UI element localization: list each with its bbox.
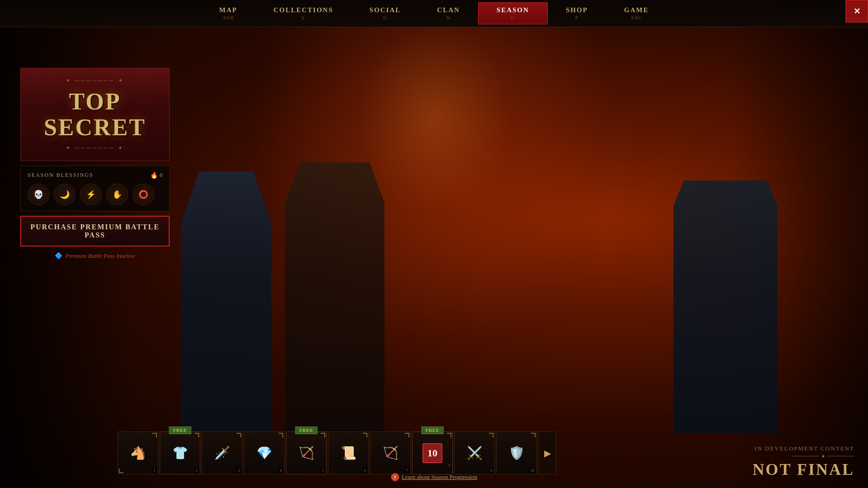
special-number-badge: 10 <box>422 443 442 463</box>
corner-decoration-bl <box>119 469 123 473</box>
not-final-text: NOT FINAL <box>753 460 854 479</box>
learn-about-link[interactable]: ? Learn about Season Progression <box>391 473 477 481</box>
item-number-1: 1 <box>152 468 157 473</box>
item-number-4: 4 <box>279 468 284 473</box>
learn-text: Learn about Season Progression <box>402 474 477 481</box>
character-area <box>158 27 868 434</box>
top-secret-box: ✦ ─────── ✦ TOP SECRET ✦ ─────── ✦ <box>20 68 170 161</box>
corner-decoration <box>152 433 157 437</box>
info-icon: ? <box>391 473 399 481</box>
item-number-5: 5 <box>321 468 326 473</box>
purchase-battle-pass-button[interactable]: PURCHASE PREMIUM BATTLE PASS <box>20 216 170 246</box>
blessings-box: SEASON BLESSINGS 🔥 0 💀 🌙 ⚡ ✋ ⭕ <box>20 166 170 211</box>
reward-item-9[interactable]: ⚔️ 9 <box>454 431 495 474</box>
blessings-count: 🔥 0 <box>150 171 162 179</box>
reward-item-5[interactable]: FREE 🏹 5 <box>286 431 327 474</box>
item-icon-1: 🐴 <box>130 445 146 460</box>
close-button[interactable]: ✕ <box>845 0 868 23</box>
blessing-hand[interactable]: ✋ <box>106 184 128 205</box>
item-number-2: 2 <box>194 468 199 473</box>
battle-pass-status: 🔷 Premium Battle Pass Inactive <box>20 250 170 261</box>
dev-line-left <box>792 456 819 456</box>
status-text: Premium Battle Pass Inactive <box>65 252 135 260</box>
corner-decoration <box>194 433 199 437</box>
item-icon-3: 🗡️ <box>214 445 230 460</box>
corner-decoration <box>405 433 409 437</box>
track-next-button[interactable]: ▶ <box>538 431 556 474</box>
blessings-title: SEASON BLESSINGS <box>28 172 94 179</box>
status-icon: 🔷 <box>55 252 62 260</box>
nav-collections[interactable]: COLLECTIONS Y <box>256 3 351 24</box>
blessings-header: SEASON BLESSINGS 🔥 0 <box>28 171 162 179</box>
reward-item-2[interactable]: FREE 👕 2 <box>160 431 200 474</box>
blessing-skull[interactable]: 💀 <box>28 184 49 205</box>
top-secret-title: TOP SECRET <box>30 89 160 140</box>
diamond-icon: ◆ <box>822 454 825 458</box>
character-right <box>674 180 778 434</box>
item-number-3: 3 <box>237 468 242 473</box>
nav-game[interactable]: GAME ESC <box>606 3 667 24</box>
corner-decoration <box>489 433 493 437</box>
corner-decoration <box>321 433 325 437</box>
left-panel: ✦ ─────── ✦ TOP SECRET ✦ ─────── ✦ SEASO… <box>20 68 170 261</box>
blessings-icons: 💀 🌙 ⚡ ✋ ⭕ <box>28 184 162 205</box>
item-icon-10: 🛡️ <box>509 445 525 460</box>
blessing-circle[interactable]: ⭕ <box>133 184 154 205</box>
fire-icon: 🔥 <box>150 171 158 179</box>
nav-map[interactable]: MAP TAB <box>201 3 256 24</box>
bottom-divider: ✦ ─────── ✦ <box>30 145 160 152</box>
character-left <box>181 171 271 434</box>
top-nav: MAP TAB COLLECTIONS Y SOCIAL O CLAN N SE… <box>0 0 868 27</box>
nav-shop[interactable]: SHOP P <box>548 3 606 24</box>
blessing-moon[interactable]: 🌙 <box>54 184 76 205</box>
item-icon-6: 📜 <box>341 445 356 460</box>
corner-decoration <box>237 433 241 437</box>
item-number-8: 8 <box>449 463 451 468</box>
corner-decoration <box>531 433 536 437</box>
item-number-6: 6 <box>363 468 368 473</box>
reward-item-3[interactable]: 🗡️ 3 <box>202 431 242 474</box>
reward-item-6[interactable]: 📜 6 <box>328 431 369 474</box>
item-number-9: 9 <box>489 468 494 473</box>
nav-season[interactable]: SEASON U <box>478 2 548 24</box>
corner-decoration <box>279 433 283 437</box>
nav-social[interactable]: SOCIAL O <box>351 3 419 24</box>
track-items-container: 🐴 1 FREE 👕 2 🗡️ 3 💎 4 FREE 🏹 5 <box>118 431 845 474</box>
item-icon-2: 👕 <box>172 445 188 460</box>
item-icon-4: 💎 <box>256 445 272 460</box>
reward-item-8[interactable]: FREE 10 8 <box>412 431 453 474</box>
dev-notice: IN DEVELOPMENT CONTENT ◆ NOT FINAL <box>753 445 854 479</box>
corner-decoration <box>363 433 367 437</box>
free-badge-8: FREE <box>422 426 444 434</box>
reward-item-7[interactable]: 🏹 7 <box>370 431 411 474</box>
blessing-lightning[interactable]: ⚡ <box>80 184 102 205</box>
free-badge-5: FREE <box>295 426 318 434</box>
item-icon-9: ⚔️ <box>467 445 483 460</box>
reward-item-10[interactable]: 🛡️ 10 <box>496 431 537 474</box>
dev-divider: ◆ <box>753 454 854 458</box>
dev-label: IN DEVELOPMENT CONTENT <box>753 445 854 452</box>
corner-decoration <box>447 433 451 437</box>
top-divider: ✦ ─────── ✦ <box>30 77 160 84</box>
free-badge-2: FREE <box>169 426 191 434</box>
nav-clan[interactable]: CLAN N <box>419 3 478 24</box>
item-icon-5: 🏹 <box>299 445 314 460</box>
reward-track: 🐴 1 FREE 👕 2 🗡️ 3 💎 4 FREE 🏹 5 <box>118 431 845 474</box>
item-icon-7: 🏹 <box>383 445 398 460</box>
reward-item-1[interactable]: 🐴 1 <box>118 431 158 474</box>
reward-item-4[interactable]: 💎 4 <box>244 431 285 474</box>
character-center <box>285 162 384 434</box>
item-number-10: 10 <box>529 468 536 473</box>
dev-line-right <box>827 456 854 456</box>
item-number-7: 7 <box>405 468 410 473</box>
